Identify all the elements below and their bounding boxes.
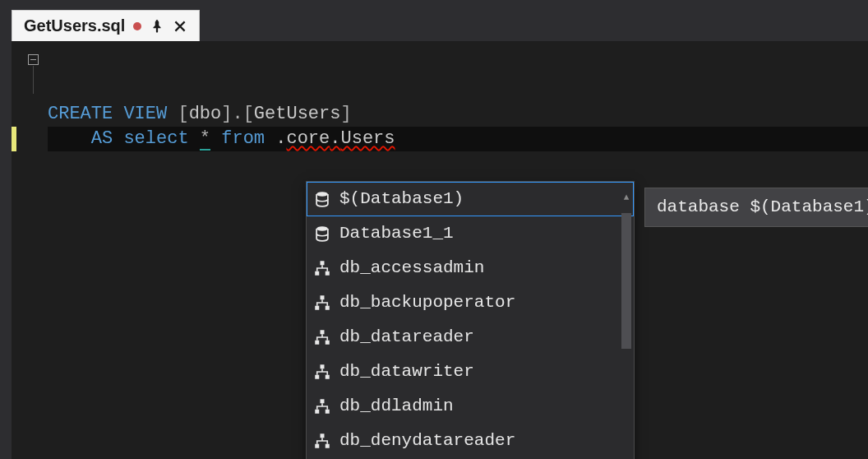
autocomplete-item-label: Database1_1 [339,221,454,246]
svg-rect-17 [321,434,325,438]
svg-rect-7 [326,306,330,310]
schema-icon [313,398,331,415]
svg-rect-13 [326,375,330,379]
autocomplete-item[interactable]: db_ddladmin [307,389,634,424]
svg-rect-6 [315,306,319,310]
autocomplete-scrollbar[interactable]: ▲ ▼ [619,182,634,459]
svg-rect-11 [321,364,325,369]
database-icon [313,191,331,207]
tab-bar: GetUsers.sql [0,0,868,41]
autocomplete-item-label: $(Database1) [339,187,464,211]
schema-icon [313,294,331,311]
punct: [ [243,104,254,124]
svg-rect-16 [326,410,330,414]
svg-rect-3 [315,271,319,276]
svg-rect-18 [315,444,319,448]
autocomplete-item-label: db_datawriter [339,359,474,384]
svg-rect-4 [326,271,330,276]
schema-icon [313,260,331,276]
autocomplete-item[interactable]: db_datawriter [307,355,634,389]
svg-rect-8 [321,330,325,334]
punct: [ [178,104,188,124]
punct: ] [221,104,232,124]
schema-icon [313,433,331,449]
scroll-up-icon[interactable]: ▲ [624,182,630,213]
database-icon [313,225,331,242]
dot: . [275,128,286,149]
svg-rect-9 [315,341,319,345]
close-icon[interactable] [173,19,187,34]
autocomplete-item-label: db_ddladmin [339,394,454,419]
autocomplete-item-label: db_backupoperator [339,290,515,315]
svg-rect-19 [326,444,330,448]
code-editor[interactable]: CREATE VIEW [dbo].[GetUsers] AS select *… [12,41,868,459]
tooltip-text: database $(Database1) [657,197,868,216]
identifier: dbo [189,104,222,124]
identifier-error: core [286,128,330,149]
keyword: VIEW [123,104,167,124]
identifier-error: Users [340,128,395,149]
code-line: CREATE VIEW [dbo].[GetUsers] [48,102,868,127]
autocomplete-item[interactable]: db_datareader [307,320,634,355]
code-content: CREATE VIEW [dbo].[GetUsers] AS select *… [12,53,868,201]
keyword: from [221,128,265,149]
autocomplete-list: $(Database1)Database1_1db_accessadmindb_… [307,182,634,459]
svg-rect-14 [321,399,325,403]
autocomplete-item-label: db_datareader [339,325,474,350]
punct: . [232,104,242,124]
dirty-indicator-icon [133,22,141,30]
svg-point-0 [316,192,328,197]
autocomplete-item[interactable]: db_denydatareader [307,424,634,458]
star: * [200,128,210,151]
autocomplete-item-label: db_accessadmin [339,256,484,280]
autocomplete-item[interactable]: db_backupoperator [307,285,634,320]
svg-rect-12 [315,375,319,379]
fold-guide [33,66,34,94]
punct: ] [340,104,351,124]
identifier: GetUsers [254,104,341,124]
svg-rect-15 [315,410,319,414]
schema-icon [313,364,331,380]
pin-icon[interactable] [150,19,164,34]
fold-toggle-icon[interactable] [28,54,39,65]
code-line-active: AS select * from .core.Users [48,127,868,151]
autocomplete-popup[interactable]: $(Database1)Database1_1db_accessadmindb_… [306,181,635,459]
file-tab[interactable]: GetUsers.sql [12,10,200,41]
svg-point-1 [316,226,328,231]
autocomplete-item-label: db_denydatareader [339,429,515,453]
autocomplete-item[interactable]: $(Database1) [307,182,634,216]
app-frame: GetUsers.sql CREATE VIEW [dbo].[GetUsers… [0,0,868,459]
autocomplete-item[interactable]: db_accessadmin [307,251,634,285]
autocomplete-item[interactable]: Database1_1 [307,216,634,251]
schema-icon [313,329,331,345]
svg-rect-5 [321,295,325,299]
svg-rect-2 [321,261,325,265]
dot: . [330,128,340,149]
keyword: CREATE [48,104,113,124]
svg-rect-10 [326,341,330,345]
autocomplete-tooltip: database $(Database1) [644,188,868,227]
keyword: select [123,128,188,149]
keyword: AS [91,128,113,149]
scroll-thumb[interactable] [621,213,631,349]
tab-filename: GetUsers.sql [24,16,125,35]
scroll-track[interactable] [621,213,631,459]
